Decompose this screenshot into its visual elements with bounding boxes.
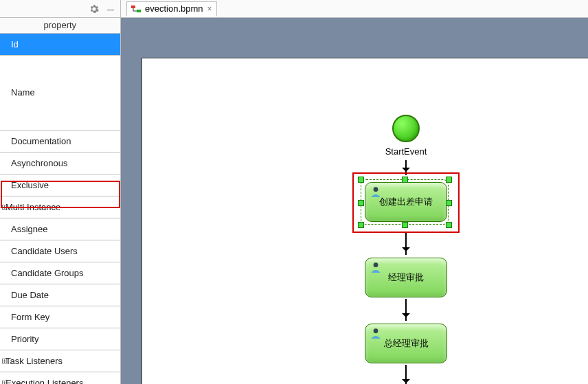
user-task-icon (370, 261, 382, 273)
row-assignee[interactable]: Assignee zhangsan (0, 218, 120, 240)
bpmn-file-icon (131, 4, 141, 14)
sequence-flow[interactable] (405, 233, 407, 255)
properties-toolbar: – (0, 0, 120, 18)
row-exclusive[interactable]: Exclusive (0, 174, 120, 196)
canvas[interactable]: StartEvent 创建出差申请 (121, 18, 588, 384)
row-documentation[interactable]: Documentation (0, 130, 120, 152)
diagram-sheet[interactable]: StartEvent 创建出差申请 (142, 58, 588, 384)
properties-panel: – property value Id _2 Name 创建出差申请 (0, 0, 121, 384)
task-label: 总经理审批 (384, 337, 429, 350)
resize-handle[interactable] (358, 222, 364, 228)
prop-label: Multi Instance (0, 196, 120, 218)
row-asynchronous[interactable]: Asynchronous (0, 152, 120, 174)
svg-rect-0 (131, 5, 135, 8)
task-label: 创建出差申请 (379, 196, 433, 208)
row-name[interactable]: Name 创建出差申请 (0, 55, 120, 130)
row-candidate-groups[interactable]: Candidate Groups (0, 262, 120, 284)
row-id[interactable]: Id _2 (0, 33, 120, 55)
user-task-icon (370, 327, 382, 339)
tab-evection[interactable]: evection.bpmn × (126, 1, 217, 16)
user-task-icon (370, 185, 382, 198)
row-candidate-users[interactable]: Candidate Users (0, 240, 120, 262)
close-icon[interactable]: × (207, 4, 212, 14)
prop-label: Exclusive (0, 174, 120, 196)
svg-rect-1 (137, 10, 141, 12)
prop-label: Priority (0, 328, 120, 350)
gear-icon[interactable] (89, 3, 100, 14)
resize-handle[interactable] (402, 177, 408, 183)
row-priority[interactable]: Priority (0, 328, 120, 350)
properties-table: property value Id _2 Name 创建出差申请 Documen… (0, 18, 120, 384)
row-form-key[interactable]: Form Key (0, 306, 120, 328)
svg-point-4 (374, 328, 378, 333)
start-event-label: StartEvent (372, 146, 440, 157)
task-create-evection[interactable]: 创建出差申请 (365, 182, 447, 222)
prop-label: Execution Listeners (0, 372, 120, 384)
prop-label: Id (0, 33, 120, 55)
row-execution-listeners[interactable]: Execution Listeners (0, 372, 120, 384)
sequence-flow[interactable] (405, 299, 407, 321)
task-gm-approve[interactable]: 总经理审批 (365, 324, 447, 363)
resize-handle[interactable] (446, 200, 452, 206)
svg-point-3 (374, 262, 378, 267)
task-label: 经理审批 (388, 271, 424, 284)
prop-label: Form Key (0, 306, 120, 328)
prop-label: Documentation (0, 130, 120, 152)
sequence-flow[interactable] (405, 365, 407, 384)
row-multi-instance[interactable]: Multi Instance (0, 196, 120, 218)
tab-title: evection.bpmn (145, 3, 203, 14)
resize-handle[interactable] (358, 200, 364, 206)
prop-label: Task Listeners (0, 350, 120, 372)
col-property: property (0, 18, 120, 33)
prop-label: Candidate Groups (0, 262, 120, 284)
prop-label: Candidate Users (0, 240, 120, 262)
row-due-date[interactable]: Due Date (0, 284, 120, 306)
prop-label: Name (0, 55, 120, 130)
prop-label: Due Date (0, 284, 120, 306)
minimize-icon[interactable]: – (105, 3, 116, 14)
row-task-listeners[interactable]: Task Listeners (0, 350, 120, 372)
start-event-node[interactable] (392, 115, 420, 142)
resize-handle[interactable] (446, 177, 452, 183)
prop-label: Asynchronous (0, 152, 120, 174)
resize-handle[interactable] (402, 222, 408, 228)
prop-label: Assignee (0, 218, 120, 240)
editor-tabbar: evection.bpmn × (121, 0, 588, 18)
resize-handle[interactable] (358, 177, 364, 183)
task-manager-approve[interactable]: 经理审批 (365, 258, 447, 297)
resize-handle[interactable] (446, 222, 452, 228)
editor-area: evection.bpmn × StartEvent 创建出差申请 (121, 0, 588, 384)
svg-point-2 (374, 187, 378, 192)
